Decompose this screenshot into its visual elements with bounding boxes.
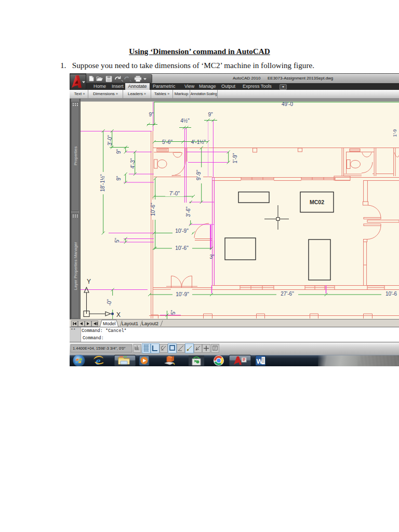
svg-text:5'-6": 5'-6"	[162, 139, 172, 145]
svg-text:1'-9: 1'-9	[392, 129, 397, 137]
svg-text:4'-3": 4'-3"	[130, 158, 136, 168]
svg-text:Layout2: Layout2	[142, 321, 158, 326]
svg-text:18'-1½": 18'-1½"	[100, 174, 105, 192]
svg-text:Y: Y	[87, 278, 91, 285]
svg-text:X: X	[116, 311, 121, 318]
svg-text:3": 3"	[209, 254, 215, 260]
svg-text:10'-6: 10'-6	[385, 291, 397, 297]
svg-text:Layer Properties Manager: Layer Properties Manager	[73, 242, 78, 290]
svg-text:9": 9"	[208, 112, 213, 117]
svg-text:7'-0": 7'-0"	[169, 191, 180, 196]
svg-text:4½": 4½"	[180, 118, 190, 124]
svg-text:4'-1½": 4'-1½"	[191, 139, 206, 145]
svg-text:5": 5"	[114, 238, 120, 243]
svg-text:10'-6": 10'-6"	[175, 245, 189, 251]
svg-text:10'-9": 10'-9"	[176, 291, 189, 297]
svg-text:MC02: MC02	[310, 199, 324, 205]
svg-text:27'-6": 27'-6"	[281, 291, 294, 297]
svg-text:9": 9"	[116, 149, 122, 154]
svg-text:9": 9"	[149, 112, 154, 117]
svg-text:Layout1: Layout1	[122, 321, 138, 326]
svg-text:9'-9": 9'-9"	[196, 170, 202, 180]
svg-text:10'-9": 10'-9"	[175, 228, 189, 234]
svg-text:49'-0: 49'-0	[282, 101, 293, 107]
svg-text:-0": -0"	[107, 299, 112, 305]
svg-text:Properties: Properties	[73, 147, 78, 165]
svg-text:9": 9"	[116, 176, 122, 181]
svg-text:1.4400E+04, 1598'-3 3/4", 0'0": 1.4400E+04, 1598'-3 3/4", 0'0"	[73, 346, 126, 351]
svg-text:5": 5"	[170, 310, 176, 315]
svg-text:3'-6": 3'-6"	[185, 206, 191, 217]
svg-text:10'-6": 10'-6"	[150, 203, 156, 216]
svg-text:1'-9": 1'-9"	[232, 153, 238, 163]
svg-text:Model: Model	[103, 321, 116, 326]
svg-text:3'-0": 3'-0"	[107, 135, 113, 145]
